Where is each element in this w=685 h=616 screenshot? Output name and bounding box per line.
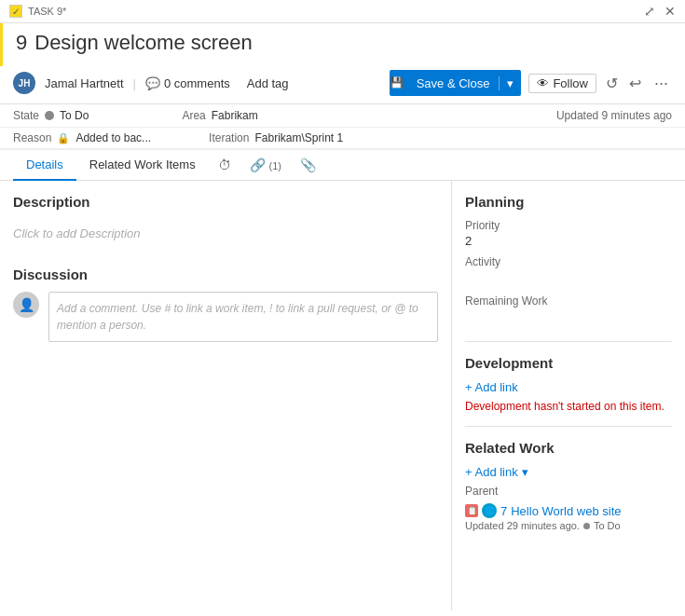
right-panel: Planning Priority 2 Activity Remaining W… bbox=[452, 181, 685, 610]
follow-label: Follow bbox=[553, 76, 588, 90]
planning-title: Planning bbox=[465, 194, 672, 210]
tab-related-work-items[interactable]: Related Work Items bbox=[76, 150, 209, 181]
add-link-label: + Add link bbox=[465, 465, 518, 479]
dropdown-icon: ▾ bbox=[522, 465, 528, 479]
remaining-work-label: Remaining Work bbox=[465, 294, 672, 308]
add-tag-button[interactable]: Add tag bbox=[240, 75, 296, 92]
attach-icon: 📎 bbox=[300, 157, 316, 172]
activity-value[interactable] bbox=[465, 270, 672, 287]
remaining-work-value[interactable] bbox=[465, 309, 672, 326]
state-value[interactable]: To Do bbox=[60, 109, 89, 122]
area-value[interactable]: Fabrikam bbox=[212, 109, 258, 122]
add-dev-link-button[interactable]: + Add link bbox=[465, 380, 672, 394]
more-button[interactable]: ··· bbox=[651, 72, 672, 95]
title-bar-left: ✓ TASK 9* bbox=[9, 5, 66, 18]
state-dot bbox=[45, 111, 54, 120]
tab-attachments[interactable]: 📎 bbox=[291, 150, 325, 180]
work-item-title[interactable]: Design welcome screen bbox=[34, 31, 253, 55]
add-related-link-button[interactable]: + Add link ▾ bbox=[465, 465, 672, 479]
development-title: Development bbox=[465, 355, 672, 371]
area-meta: Area Fabrikam bbox=[182, 109, 257, 122]
work-item-heading: 9 Design welcome screen bbox=[16, 31, 672, 55]
meta-bar-2: Reason 🔒 Added to bac... Iteration Fabri… bbox=[0, 128, 685, 150]
expand-icon[interactable]: ⤢ bbox=[644, 4, 655, 19]
meta-bar-1: State To Do Area Fabrikam Updated 9 minu… bbox=[0, 104, 685, 128]
refresh-button[interactable]: ↺ bbox=[604, 73, 620, 94]
reason-value[interactable]: Added to bac... bbox=[75, 131, 151, 144]
eye-icon: 👁 bbox=[537, 76, 549, 90]
action-bar: JH Jamal Hartnett | 💬 0 comments Add tag… bbox=[0, 66, 685, 104]
follow-button[interactable]: 👁 Follow bbox=[528, 74, 596, 93]
area-label: Area bbox=[182, 109, 205, 122]
state-meta: State To Do bbox=[13, 109, 89, 122]
work-item-avatar: 🌐 bbox=[482, 503, 497, 518]
tab-links[interactable]: 🔗 (1) bbox=[240, 150, 291, 180]
tabs-bar: Details Related Work Items ⏱ 🔗 (1) 📎 bbox=[0, 150, 685, 181]
related-item-updated: Updated 29 minutes ago. bbox=[465, 520, 580, 531]
title-bar: ✓ TASK 9* ⤢ ✕ bbox=[0, 0, 685, 23]
related-item: 📋 🌐 7 Hello World web site Updated 29 mi… bbox=[465, 503, 672, 531]
close-icon[interactable]: ✕ bbox=[664, 4, 676, 19]
related-item-icon: 📋 bbox=[465, 504, 478, 517]
related-item-meta: Updated 29 minutes ago. To Do bbox=[465, 520, 672, 531]
avatar-icon: 👤 bbox=[19, 297, 34, 312]
state-label: State bbox=[13, 109, 39, 122]
content-area: Description Click to add Description Dis… bbox=[0, 181, 685, 610]
history-icon: ⏱ bbox=[218, 157, 231, 172]
iteration-value[interactable]: Fabrikam\Sprint 1 bbox=[254, 131, 343, 144]
save-close-dropdown[interactable]: ▾ bbox=[499, 76, 521, 90]
planning-section: Planning Priority 2 Activity Remaining W… bbox=[465, 194, 672, 326]
save-close-label: Save & Close bbox=[407, 76, 500, 90]
undo-button[interactable]: ↩ bbox=[627, 73, 643, 94]
related-work-section: Related Work + Add link ▾ Parent 📋 🌐 7 H… bbox=[465, 426, 672, 531]
reason-label: Reason bbox=[13, 131, 51, 144]
comments-button[interactable]: 💬 0 comments bbox=[145, 76, 230, 90]
related-work-title: Related Work bbox=[465, 440, 672, 456]
comment-input[interactable]: Add a comment. Use # to link a work item… bbox=[48, 292, 438, 342]
related-item-number: 7 bbox=[500, 504, 507, 518]
work-item-number: 9 bbox=[16, 31, 27, 55]
related-item-state: To Do bbox=[594, 520, 621, 531]
tab-details[interactable]: Details bbox=[13, 150, 76, 181]
discussion-section: Discussion 👤 Add a comment. Use # to lin… bbox=[13, 267, 438, 342]
main-header: 9 Design welcome screen bbox=[0, 23, 685, 66]
parent-label: Parent bbox=[465, 485, 672, 498]
discussion-title: Discussion bbox=[13, 267, 438, 282]
link-count: (1) bbox=[269, 160, 281, 171]
iteration-label: Iteration bbox=[209, 131, 249, 144]
related-item-state-dot bbox=[583, 523, 590, 529]
priority-label: Priority bbox=[465, 219, 672, 232]
description-title: Description bbox=[13, 194, 438, 210]
tab-history[interactable]: ⏱ bbox=[209, 150, 240, 180]
left-panel: Description Click to add Description Dis… bbox=[0, 181, 452, 610]
reason-meta: Reason 🔒 Added to bac... bbox=[13, 131, 151, 144]
dev-message: Development hasn't started on this item. bbox=[465, 400, 672, 413]
related-item-title: Hello World web site bbox=[511, 504, 621, 518]
iteration-meta: Iteration Fabrikam\Sprint 1 bbox=[209, 131, 343, 144]
user-name: Jamal Hartnett bbox=[45, 76, 124, 90]
task-checkbox: ✓ bbox=[9, 5, 22, 18]
action-bar-right: 💾 Save & Close ▾ 👁 Follow ↺ ↩ ··· bbox=[390, 70, 672, 96]
description-placeholder[interactable]: Click to add Description bbox=[13, 219, 438, 248]
comment-area: 👤 Add a comment. Use # to link a work it… bbox=[13, 292, 438, 342]
save-close-button[interactable]: 💾 Save & Close ▾ bbox=[390, 70, 522, 96]
lock-icon: 🔒 bbox=[57, 132, 70, 144]
task-label: TASK 9* bbox=[28, 6, 66, 17]
related-item-link[interactable]: 📋 🌐 7 Hello World web site bbox=[465, 503, 672, 518]
comment-icon: 💬 bbox=[145, 76, 160, 90]
comments-count: 0 comments bbox=[164, 76, 230, 90]
priority-value[interactable]: 2 bbox=[465, 234, 672, 248]
title-bar-right: ⤢ ✕ bbox=[644, 4, 676, 19]
activity-label: Activity bbox=[465, 255, 672, 268]
updated-text: Updated 9 minutes ago bbox=[556, 109, 672, 122]
development-section: Development + Add link Development hasn'… bbox=[465, 341, 672, 413]
commenter-avatar: 👤 bbox=[13, 292, 39, 318]
avatar: JH bbox=[13, 72, 35, 94]
link-icon: 🔗 bbox=[250, 157, 266, 172]
